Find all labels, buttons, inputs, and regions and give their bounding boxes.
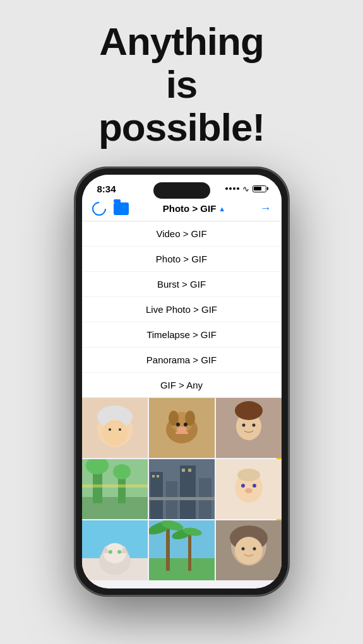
nav-bar: Photo > GIF ▲ → bbox=[82, 197, 282, 221]
svg-point-40 bbox=[253, 484, 256, 488]
svg-point-25 bbox=[113, 464, 131, 479]
battery-icon bbox=[253, 185, 266, 192]
svg-rect-56 bbox=[188, 533, 191, 571]
menu-item-video-gif[interactable]: Video > GIF bbox=[82, 221, 282, 247]
dropdown-menu: Video > GIF Photo > GIF Burst > GIF Live… bbox=[82, 221, 282, 398]
nav-title-arrow: ▲ bbox=[218, 205, 225, 213]
svg-point-12 bbox=[184, 423, 187, 426]
headline-line2: is bbox=[166, 62, 198, 106]
list-item[interactable] bbox=[149, 398, 215, 458]
list-item[interactable] bbox=[82, 398, 148, 458]
svg-point-17 bbox=[235, 401, 263, 420]
svg-rect-14 bbox=[176, 431, 188, 434]
list-item[interactable] bbox=[149, 520, 215, 580]
svg-point-39 bbox=[241, 484, 245, 488]
svg-point-63 bbox=[241, 547, 244, 550]
menu-item-photo-gif[interactable]: Photo > GIF bbox=[82, 247, 282, 272]
svg-point-64 bbox=[253, 547, 256, 550]
svg-point-19 bbox=[252, 423, 255, 426]
svg-rect-34 bbox=[157, 475, 159, 477]
svg-rect-21 bbox=[82, 497, 148, 519]
nav-title[interactable]: Photo > GIF ▲ bbox=[163, 203, 225, 214]
menu-item-livephoto-gif[interactable]: Live Photo > GIF bbox=[82, 297, 282, 322]
folder-icon[interactable] bbox=[114, 202, 129, 215]
svg-rect-53 bbox=[166, 527, 170, 571]
status-icons: ∿ bbox=[225, 184, 266, 194]
headline-line1: Anything bbox=[99, 20, 264, 63]
nav-left bbox=[92, 202, 129, 216]
menu-item-timelapse-gif[interactable]: Timelapse > GIF bbox=[82, 322, 282, 348]
refresh-button[interactable] bbox=[89, 199, 109, 218]
list-item[interactable] bbox=[216, 398, 282, 458]
list-item[interactable] bbox=[149, 459, 215, 519]
dynamic-island bbox=[153, 182, 210, 199]
menu-item-gif-any[interactable]: GIF > Any bbox=[82, 373, 282, 397]
svg-point-5 bbox=[119, 428, 121, 431]
svg-rect-33 bbox=[152, 475, 155, 477]
svg-point-50 bbox=[117, 550, 121, 554]
phone: 8:34 ∿ Photo > GIF bbox=[74, 167, 289, 596]
photo-grid-section bbox=[82, 398, 282, 588]
list-item[interactable] bbox=[82, 520, 148, 580]
svg-point-49 bbox=[109, 550, 112, 554]
menu-item-panorama-gif[interactable]: Panorama > GIF bbox=[82, 348, 282, 373]
svg-rect-36 bbox=[188, 469, 191, 472]
svg-rect-52 bbox=[149, 558, 215, 580]
svg-point-3 bbox=[102, 420, 128, 445]
wifi-icon: ∿ bbox=[242, 184, 249, 194]
list-item[interactable] bbox=[216, 520, 282, 580]
svg-rect-35 bbox=[182, 469, 185, 472]
list-item[interactable] bbox=[216, 459, 282, 519]
list-item[interactable] bbox=[82, 459, 148, 519]
nav-forward-button[interactable]: → bbox=[259, 202, 271, 215]
menu-item-burst-gif[interactable]: Burst > GIF bbox=[82, 272, 282, 297]
svg-rect-30 bbox=[180, 465, 196, 519]
photo-grid bbox=[82, 398, 282, 580]
headline: Anything is possible! bbox=[98, 20, 265, 149]
svg-point-11 bbox=[176, 423, 180, 426]
signal-icon bbox=[225, 187, 239, 190]
svg-point-4 bbox=[109, 428, 111, 431]
nav-title-text: Photo > GIF bbox=[163, 203, 217, 214]
svg-point-42 bbox=[237, 469, 260, 481]
status-time: 8:34 bbox=[97, 184, 116, 194]
svg-rect-26 bbox=[82, 484, 148, 488]
svg-rect-28 bbox=[150, 472, 163, 519]
phone-screen: 8:34 ∿ Photo > GIF bbox=[82, 175, 282, 588]
svg-point-18 bbox=[242, 423, 245, 426]
svg-rect-32 bbox=[149, 497, 215, 500]
headline-line3: possible! bbox=[98, 105, 265, 149]
svg-point-41 bbox=[245, 488, 253, 493]
svg-point-62 bbox=[235, 537, 263, 565]
